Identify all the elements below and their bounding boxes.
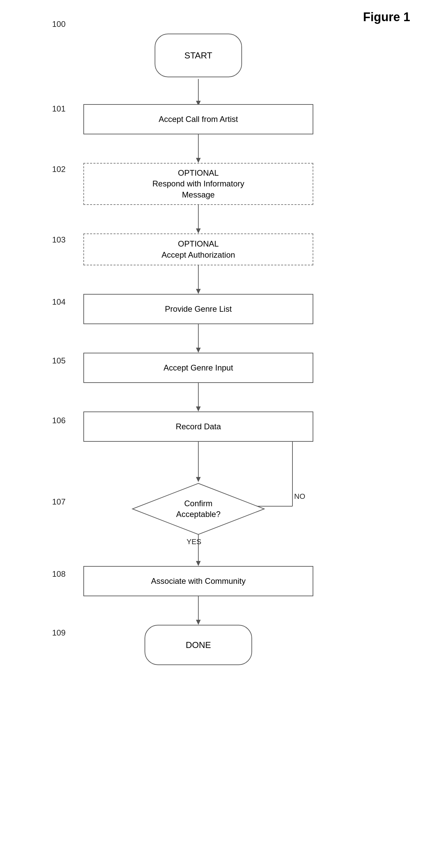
ref-101: 101 xyxy=(52,104,65,114)
svg-marker-7 xyxy=(196,289,201,294)
svg-marker-5 xyxy=(196,228,201,234)
ref-109: 109 xyxy=(52,628,65,638)
done-node: DONE xyxy=(145,625,252,665)
svg-marker-11 xyxy=(196,406,201,411)
svg-marker-3 xyxy=(196,158,201,163)
svg-marker-9 xyxy=(196,348,201,353)
ref-102: 102 xyxy=(52,164,65,174)
ref-100: 100 xyxy=(52,20,65,29)
accept-genre-input-box: Accept Genre Input xyxy=(83,353,313,383)
ref-104: 104 xyxy=(52,297,65,307)
confirm-acceptable-label: Confirm Acceptable? xyxy=(176,498,221,520)
ref-103: 103 xyxy=(52,235,65,245)
figure-title: Figure 1 xyxy=(363,10,410,24)
provide-genre-list-box: Provide Genre List xyxy=(83,294,313,324)
ref-108: 108 xyxy=(52,569,65,579)
optional-accept-auth-box: OPTIONAL Accept Authorization xyxy=(83,234,313,266)
optional-respond-box: OPTIONAL Respond with Informatory Messag… xyxy=(83,163,313,205)
yes-label: YES xyxy=(186,537,201,546)
associate-with-community-box: Associate with Community xyxy=(83,566,313,596)
ref-106: 106 xyxy=(52,416,65,425)
optional-respond-label: OPTIONAL Respond with Informatory Messag… xyxy=(152,167,244,200)
flowchart: Figure 1 100 START 101 Accept Call from … xyxy=(0,0,437,868)
record-data-box: Record Data xyxy=(83,411,313,442)
svg-marker-15 xyxy=(196,561,201,566)
svg-marker-13 xyxy=(196,477,201,482)
confirm-acceptable-diamond: Confirm Acceptable? xyxy=(131,482,266,536)
ref-105: 105 xyxy=(52,356,65,366)
ref-107: 107 xyxy=(52,497,65,506)
accept-call-box: Accept Call from Artist xyxy=(83,104,313,134)
svg-marker-17 xyxy=(196,620,201,625)
optional-accept-auth-label: OPTIONAL Accept Authorization xyxy=(162,239,235,260)
start-node: START xyxy=(155,34,242,77)
no-label: NO xyxy=(294,492,305,501)
